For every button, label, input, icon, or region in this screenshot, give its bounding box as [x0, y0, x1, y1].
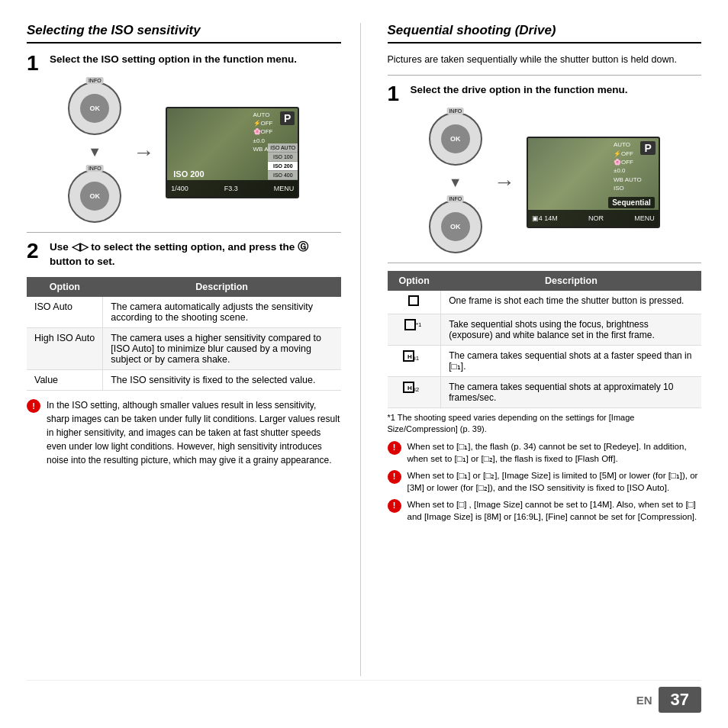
- step-1-number: 1: [27, 53, 42, 74]
- table-row: H i2 The camera takes sequential shots a…: [388, 376, 702, 407]
- seq-auto-icon: AUTO: [614, 141, 642, 149]
- aperture-value: F3.3: [224, 185, 238, 192]
- table-row: High ISO Auto The camera uses a higher s…: [27, 327, 341, 369]
- camera-screen-right: P AUTO ⚡OFF 🌸OFF ±0.0 WB AUTO ISO Sequen…: [527, 137, 660, 228]
- drive-dial-top: INFO OK: [429, 112, 482, 166]
- col-description: Description: [103, 277, 341, 297]
- iso-note: ! In the ISO setting, although smaller v…: [27, 398, 341, 467]
- page: Selecting the ISO sensitivity 1 Select t…: [0, 0, 728, 728]
- right-step-1: 1 Select the drive option in the functio…: [388, 83, 702, 105]
- right-step-1-text: Select the drive option in the function …: [411, 83, 628, 105]
- footnote: *1 The shooting speed varies depending o…: [388, 412, 702, 436]
- drive-option-seq1: *1: [388, 314, 441, 345]
- info-label-2: INFO: [86, 165, 104, 172]
- two-column-layout: Selecting the ISO sensitivity 1 Select t…: [27, 23, 701, 676]
- svg-text:i2: i2: [414, 386, 420, 393]
- drive-option-hi1: H i1: [388, 345, 441, 376]
- p-badge: P: [280, 111, 295, 125]
- drive-options-table: Option Description One frame is shot eac…: [388, 271, 702, 408]
- drive-option-hi2: H i2: [388, 376, 441, 407]
- drive-desc-hi2: The camera takes sequential shots at app…: [441, 376, 701, 407]
- table-row: ISO Auto The camera automatically adjust…: [27, 297, 341, 328]
- info-label: INFO: [86, 77, 104, 84]
- dial-stack: INFO OK ▼ INFO OK: [68, 82, 121, 223]
- table-row: *1 Take sequential shots using the focus…: [388, 314, 702, 345]
- svg-text:*1: *1: [416, 321, 422, 328]
- page-footer: EN 37: [27, 680, 701, 713]
- step-2-number: 2: [27, 240, 42, 269]
- note-text-r2: When set to [□₁] or [□₂], [Image Size] i…: [407, 469, 702, 494]
- right-column: Sequential shooting (Drive) Pictures are…: [384, 23, 702, 676]
- iso-tab-400: ISO 400: [268, 171, 298, 180]
- step-1-text: Select the ISO setting option in the fun…: [50, 53, 297, 74]
- divider-right-2: [388, 263, 702, 263]
- flash-off-icon: ⚡OFF: [253, 120, 282, 127]
- ok-button-bottom: OK: [80, 182, 109, 211]
- step-1: 1 Select the ISO setting option in the f…: [27, 53, 341, 74]
- desc-value: The ISO sensitivity is fixed to the sele…: [103, 369, 341, 390]
- drive-desc-hi1: The camera takes sequential shots at a f…: [441, 345, 701, 376]
- seq-wb: WB AUTO: [614, 176, 642, 184]
- control-dial-top: INFO OK: [68, 82, 121, 135]
- option-iso-auto: ISO Auto: [27, 297, 103, 328]
- left-section-title: Selecting the ISO sensitivity: [27, 23, 341, 43]
- iso-tab-100: ISO 100: [268, 153, 298, 162]
- seq1-icon: *1: [404, 319, 423, 331]
- desc-high-iso-auto: The camera uses a higher sensitivity com…: [103, 327, 341, 369]
- camera-screen-left: P AUTO ⚡OFF 🌸OFF ±0.0 WB AUTO ISO 200 IS…: [166, 107, 299, 198]
- seq-iso: ISO: [614, 185, 642, 192]
- step-2: 2 Use ◁▷ to select the setting option, a…: [27, 240, 341, 269]
- divider-1: [27, 232, 341, 233]
- screen-bottom-bar: 1/400 F3.3 MENU: [167, 180, 298, 197]
- table-row: One frame is shot each time the shutter …: [388, 291, 702, 314]
- iso-label: ISO 200: [173, 169, 204, 179]
- iso-tab-auto: ISO AUTO: [268, 143, 298, 153]
- note-1: ! When set to [□₁], the flash (p. 34) ca…: [388, 440, 702, 465]
- drive-col-option: Option: [388, 271, 441, 291]
- intro-text: Pictures are taken sequentially while th…: [388, 53, 702, 67]
- svg-rect-0: [405, 320, 415, 330]
- warning-icon-r1: !: [388, 441, 401, 455]
- seq-p-badge: P: [640, 141, 655, 155]
- macro-icon: 🌸OFF: [253, 128, 282, 136]
- control-dial-bottom: INFO OK: [68, 169, 121, 223]
- iso-tab-200: ISO 200: [268, 162, 298, 171]
- drive-down-arrow: ▼: [449, 175, 462, 191]
- seq-ev: ±0.0: [614, 167, 642, 175]
- option-high-iso-auto: High ISO Auto: [27, 327, 103, 369]
- note-text-r1: When set to [□₁], the flash (p. 34) cann…: [407, 440, 702, 465]
- right-step-1-number: 1: [388, 83, 403, 105]
- warning-icon: !: [27, 399, 40, 413]
- seq-frame-icon: ▣4 14M: [532, 214, 558, 222]
- table-row: Value The ISO sensitivity is fixed to th…: [27, 369, 341, 390]
- svg-text:H: H: [407, 353, 412, 360]
- col-option: Option: [27, 277, 103, 297]
- desc-iso-auto: The camera automatically adjusts the sen…: [103, 297, 341, 328]
- warning-icon-r3: !: [388, 499, 401, 513]
- note-text: In the ISO setting, although smaller val…: [47, 398, 341, 467]
- seq-screen-bg: P AUTO ⚡OFF 🌸OFF ±0.0 WB AUTO ISO Sequen…: [528, 138, 659, 227]
- ok-button-top: OK: [80, 94, 109, 123]
- note-2: ! When set to [□₁] or [□₂], [Image Size]…: [388, 469, 702, 494]
- shutter-value: 1/400: [171, 185, 188, 192]
- seq-screen-icons: AUTO ⚡OFF 🌸OFF ±0.0 WB AUTO ISO: [614, 141, 642, 192]
- screen-bg: P AUTO ⚡OFF 🌸OFF ±0.0 WB AUTO ISO 200 IS…: [167, 108, 298, 197]
- option-value: Value: [27, 369, 103, 390]
- seq-bottom-bar: ▣4 14M NOR MENU: [528, 210, 659, 227]
- menu-label: MENU: [274, 185, 295, 192]
- drive-diagram: INFO OK ▼ INFO OK → P AUTO ⚡OFF: [388, 112, 702, 253]
- sequential-label: Sequential: [608, 197, 655, 208]
- svg-text:H: H: [407, 385, 412, 391]
- hi2-icon: H i2: [403, 382, 424, 394]
- seq-ctr-icon: NOR: [588, 214, 604, 222]
- note-3: ! When set to [□] , [Image Size] cannot …: [388, 498, 702, 523]
- table-row: H i1 The camera takes sequential shots a…: [388, 345, 702, 376]
- warning-icon-r2: !: [388, 470, 401, 484]
- drive-arrow-right: →: [494, 170, 515, 195]
- seq-menu: MENU: [634, 214, 655, 222]
- footer-en-label: EN: [636, 694, 652, 707]
- down-arrow: ▼: [88, 144, 101, 160]
- auto-icon: AUTO: [253, 111, 282, 119]
- drive-info-label: INFO: [446, 108, 464, 114]
- arrow-right: →: [133, 140, 154, 165]
